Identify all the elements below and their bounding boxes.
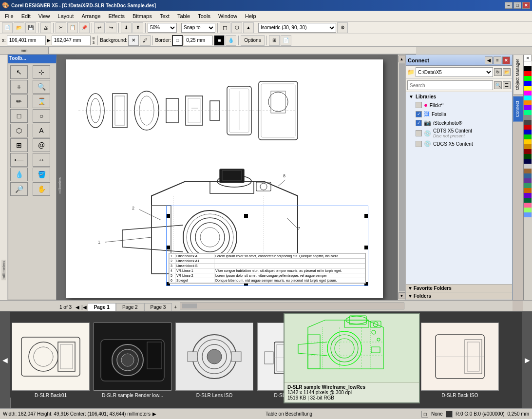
canvas-wrapper[interactable]: ▲ ▼ bbox=[57, 55, 405, 300]
h-scroll-thumb[interactable] bbox=[182, 304, 197, 308]
cdgs-checkbox[interactable] bbox=[416, 141, 422, 147]
menu-item-arrange[interactable]: Arrange bbox=[77, 12, 104, 20]
color-swatch[interactable] bbox=[524, 178, 532, 183]
thumb-item-3[interactable]: D-SLR Lens ISO bbox=[175, 323, 253, 398]
color-swatch[interactable] bbox=[524, 105, 532, 110]
scroll-thumb[interactable] bbox=[399, 63, 405, 291]
no-color-swatch[interactable]: ✕ bbox=[524, 55, 532, 61]
connector-tool[interactable]: ⟵ bbox=[10, 153, 28, 167]
cdts-item[interactable]: 💿 CDTS X5 Content Disc not present bbox=[408, 127, 510, 139]
path-refresh-button[interactable]: ↻ bbox=[494, 68, 502, 76]
select-tool[interactable]: ↖ bbox=[10, 65, 28, 79]
scroll-up-button[interactable]: ▲ bbox=[399, 56, 405, 62]
grid-button[interactable]: ⊞ bbox=[269, 35, 280, 46]
menu-item-file[interactable]: File bbox=[1, 12, 18, 20]
freehand-tool[interactable]: ✏ bbox=[10, 95, 28, 108]
crop-tool[interactable]: ⌗ bbox=[10, 80, 28, 94]
color-swatch[interactable] bbox=[524, 120, 532, 125]
search-button[interactable]: 🔍 bbox=[494, 81, 502, 89]
view-settings-button[interactable]: ⚙ bbox=[337, 22, 348, 33]
spiral-tool[interactable]: @ bbox=[33, 138, 50, 152]
color-swatch[interactable] bbox=[524, 115, 532, 120]
search-input[interactable] bbox=[407, 80, 493, 90]
print-button[interactable]: 🖨 bbox=[40, 22, 51, 33]
bg-color-button[interactable]: ✕ bbox=[128, 35, 139, 46]
panel-close-button[interactable]: ✕ bbox=[502, 57, 510, 64]
path-browse-button[interactable]: 📂 bbox=[503, 68, 511, 76]
page-tab-2[interactable]: Page 2 bbox=[116, 303, 144, 311]
view-mode-select[interactable]: Isometric (30, 90, 30) bbox=[258, 23, 336, 33]
copy-button[interactable]: 📋 bbox=[67, 22, 78, 33]
3d-cone-button[interactable]: ▲ bbox=[243, 22, 254, 33]
color-swatch[interactable] bbox=[524, 159, 532, 164]
maximize-button[interactable]: □ bbox=[513, 2, 521, 9]
minimize-button[interactable]: − bbox=[505, 2, 513, 9]
menu-item-text[interactable]: Text bbox=[156, 12, 173, 20]
polygon-tool[interactable]: ⬡ bbox=[10, 124, 28, 137]
3d-sphere-button[interactable]: ⬡ bbox=[231, 22, 242, 33]
page-prev-button[interactable]: ◀ bbox=[75, 304, 80, 311]
page-add-button[interactable]: + bbox=[172, 304, 179, 311]
page-first-button[interactable]: |◀ bbox=[80, 304, 88, 311]
menu-item-effects[interactable]: Effects bbox=[105, 12, 129, 20]
paste-button[interactable]: 📌 bbox=[79, 22, 90, 33]
color-swatch[interactable] bbox=[524, 95, 532, 100]
color-swatch[interactable] bbox=[524, 100, 532, 105]
color-swatch[interactable] bbox=[524, 208, 532, 212]
redo-button[interactable]: ↪ bbox=[106, 22, 116, 33]
flickr-item[interactable]: ● Flickra bbox=[408, 100, 510, 110]
color-swatch[interactable] bbox=[524, 134, 532, 139]
favorite-folders-header[interactable]: ▼ Favorite Folders bbox=[406, 285, 512, 292]
object-manager-tab[interactable]: Object Manager bbox=[513, 55, 523, 95]
undo-button[interactable]: ↩ bbox=[94, 22, 105, 33]
w-input[interactable] bbox=[52, 36, 91, 45]
cdts-checkbox[interactable] bbox=[416, 130, 422, 136]
panel-expand-button[interactable]: ◀ bbox=[485, 57, 493, 64]
zoom-select[interactable]: 50% bbox=[148, 23, 177, 33]
color-swatch[interactable] bbox=[524, 193, 532, 198]
color-swatch[interactable] bbox=[524, 154, 532, 159]
color-swatch[interactable] bbox=[524, 130, 532, 134]
menu-item-window[interactable]: Window bbox=[214, 12, 241, 20]
menu-item-view[interactable]: View bbox=[35, 12, 54, 20]
close-button[interactable]: ✕ bbox=[522, 2, 530, 9]
cut-button[interactable]: ✂ bbox=[56, 22, 66, 33]
menu-item-bitmaps[interactable]: Bitmaps bbox=[129, 12, 156, 20]
folders-header[interactable]: ▼ Folders bbox=[406, 292, 512, 300]
hand-tool[interactable]: ✋ bbox=[33, 182, 50, 196]
ellipse-tool[interactable]: ○ bbox=[33, 109, 50, 123]
color-swatch[interactable] bbox=[524, 81, 532, 86]
color-swatch[interactable] bbox=[524, 173, 532, 178]
libraries-header[interactable]: ▼ Libraries bbox=[408, 93, 510, 100]
color-swatch[interactable] bbox=[524, 183, 532, 188]
page-tab-1[interactable]: Page 1 bbox=[88, 303, 116, 311]
v-scrollbar[interactable]: ▲ ▼ bbox=[398, 55, 405, 300]
flickr-checkbox[interactable] bbox=[416, 102, 422, 108]
color-swatch[interactable] bbox=[524, 76, 532, 81]
node-tool[interactable]: ⊹ bbox=[33, 65, 50, 79]
color-swatch[interactable] bbox=[524, 212, 532, 217]
color-swatch[interactable] bbox=[524, 144, 532, 149]
page-tab-3[interactable]: Page 3 bbox=[144, 303, 172, 311]
cdgs-item[interactable]: 💿 CDGS X5 Content bbox=[408, 139, 510, 148]
menu-item-tools[interactable]: Tools bbox=[194, 12, 214, 20]
thumb-scroll-right[interactable]: ▶ bbox=[522, 312, 532, 408]
menu-item-table[interactable]: Table bbox=[173, 12, 194, 20]
fotolia-checkbox[interactable]: ✓ bbox=[416, 111, 422, 117]
thumb-item-6[interactable]: D-SLR Back ISO bbox=[421, 323, 499, 398]
options-button[interactable]: Options bbox=[241, 35, 264, 46]
thumb-item-1[interactable]: D-SLR Back01 bbox=[12, 323, 90, 398]
border-color-button[interactable]: ■ bbox=[214, 35, 225, 46]
border-width-input[interactable] bbox=[184, 36, 213, 45]
color-swatch[interactable] bbox=[524, 66, 532, 71]
zoom-pan-tool[interactable]: 🔎 bbox=[10, 182, 28, 196]
color-swatch[interactable] bbox=[524, 86, 532, 91]
connect-tab[interactable]: Connect bbox=[513, 96, 523, 122]
zoom-tool[interactable]: 🔍 bbox=[33, 80, 50, 94]
fill-tool[interactable]: 🪣 bbox=[33, 168, 50, 181]
rectangle-tool[interactable]: □ bbox=[10, 109, 28, 123]
color-swatch[interactable] bbox=[524, 149, 532, 154]
color-swatch[interactable] bbox=[524, 203, 532, 208]
text-tool[interactable]: A bbox=[33, 124, 50, 137]
3d-cube-button[interactable]: ◻ bbox=[220, 22, 230, 33]
